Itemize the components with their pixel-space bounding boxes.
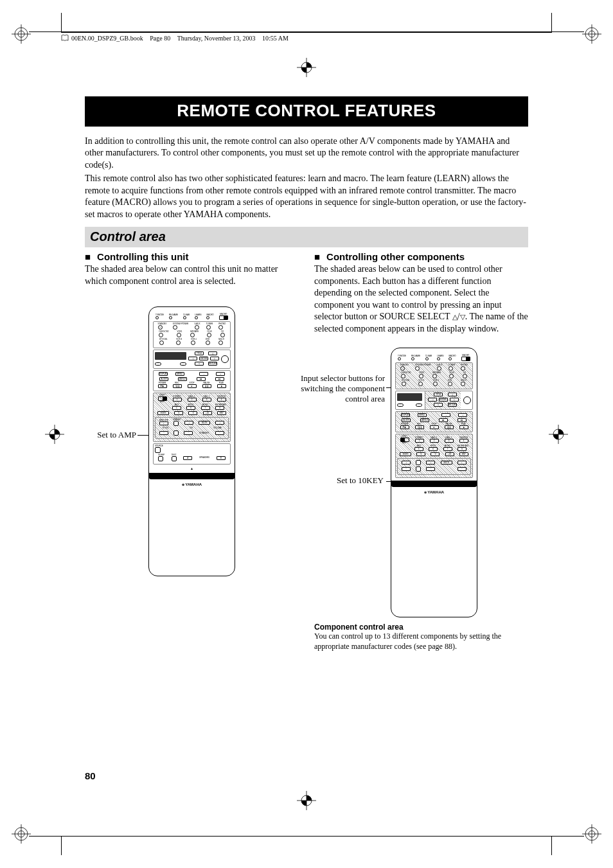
left-subhead: Controlling this unit bbox=[85, 251, 299, 262]
yamaha-logo: YAMAHA bbox=[153, 483, 231, 486]
header-filename: 00EN.00_DSPZ9_GB.book bbox=[71, 35, 143, 42]
page-title: REMOTE CONTROL FEATURES bbox=[85, 96, 528, 127]
registration-mark-icon bbox=[12, 24, 31, 44]
crosshair-icon bbox=[297, 58, 316, 77]
registration-mark-icon bbox=[12, 824, 31, 844]
right-subhead: Controlling other components bbox=[314, 251, 528, 262]
left-column: Controlling this unit The shaded area be… bbox=[85, 251, 299, 651]
left-diagram: Set to AMP TVMODE RE-NAME CLEAR LEARN MA… bbox=[85, 306, 299, 576]
callout-set-to-10key: Set to 10KEY bbox=[306, 475, 384, 486]
registration-mark-icon bbox=[582, 24, 601, 44]
header-time: 10:55 AM bbox=[262, 35, 289, 42]
right-diagram: Input selector buttons for switching the… bbox=[314, 348, 528, 617]
crop-line bbox=[29, 836, 584, 837]
down-triangle-icon: ▽ bbox=[460, 312, 465, 322]
crop-line bbox=[551, 836, 552, 855]
section-heading: Control area bbox=[85, 227, 528, 247]
page-number: 80 bbox=[85, 770, 96, 781]
crop-line bbox=[61, 13, 62, 32]
right-column: Controlling other components The shaded … bbox=[314, 251, 528, 651]
caption-text: You can control up to 13 different compo… bbox=[314, 632, 528, 651]
callout-input-selector: Input selector buttons for switching the… bbox=[289, 373, 385, 404]
caption-heading: Component control area bbox=[314, 623, 528, 632]
crop-line bbox=[61, 836, 62, 855]
crosshair-icon bbox=[297, 791, 316, 810]
crosshair-icon bbox=[45, 425, 64, 444]
document-header: 00EN.00_DSPZ9_GB.book Page 80 Thursday, … bbox=[61, 32, 552, 42]
crosshair-icon bbox=[549, 425, 568, 444]
callout-set-to-amp: Set to AMP bbox=[66, 430, 136, 440]
intro-text: In addition to controlling this unit, th… bbox=[85, 136, 528, 220]
remote-control-diagram-right: TVMODE RE-NAME CLEAR LEARN MACRO MACRO S… bbox=[391, 348, 477, 617]
intro-p1: In addition to controlling this unit, th… bbox=[85, 136, 528, 171]
header-date: Thursday, November 13, 2003 bbox=[177, 35, 256, 42]
crop-line bbox=[551, 13, 552, 32]
left-body: The shaded area below can control this u… bbox=[85, 263, 299, 287]
registration-mark-icon bbox=[582, 824, 601, 844]
remote-control-diagram-left: TVMODE RE-NAME CLEAR LEARN MACRO MACRO S… bbox=[148, 306, 235, 576]
up-triangle-icon: △ bbox=[452, 312, 458, 322]
intro-p2: This remote control also has two other s… bbox=[85, 173, 528, 220]
right-body: The shaded areas below can be used to co… bbox=[314, 263, 528, 335]
header-page: Page 80 bbox=[150, 35, 170, 42]
book-icon bbox=[61, 34, 69, 42]
yamaha-logo: YAMAHA bbox=[395, 490, 473, 494]
